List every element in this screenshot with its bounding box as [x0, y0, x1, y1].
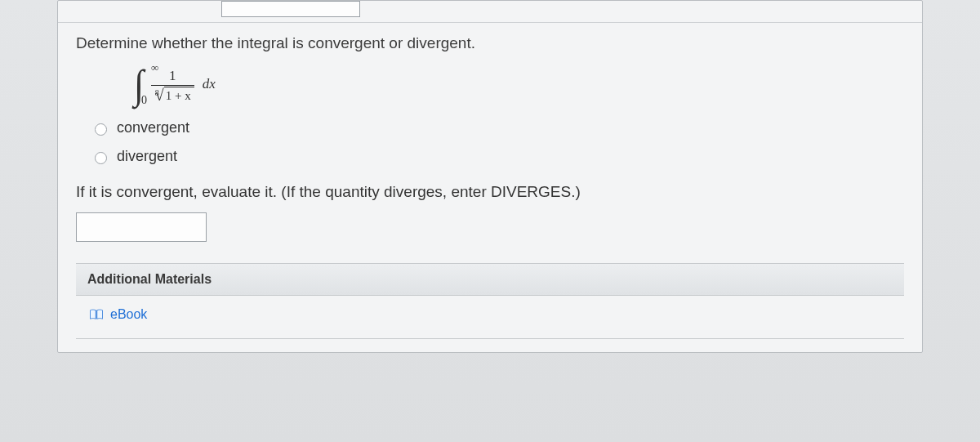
ebook-link[interactable]: eBook	[89, 307, 147, 322]
integrand-fraction: 1 8 √ 1 + x	[151, 68, 194, 104]
question-content: Determine whether the integral is conver…	[58, 34, 922, 352]
answer-options: convergent divergent	[91, 119, 904, 165]
evaluate-answer-input[interactable]	[76, 212, 207, 242]
differential: dx	[203, 76, 216, 92]
book-icon	[89, 309, 104, 320]
previous-answer-input[interactable]	[221, 1, 360, 17]
nth-root: 8 √ 1 + x	[151, 87, 194, 104]
additional-materials-header: Additional Materials	[76, 263, 904, 296]
evaluate-prompt: If it is convergent, evaluate it. (If th…	[76, 183, 904, 201]
radio-divergent[interactable]	[95, 152, 107, 164]
question-prompt: Determine whether the integral is conver…	[76, 34, 904, 52]
ebook-label: eBook	[110, 307, 147, 322]
radicand: 1 + x	[164, 87, 194, 104]
integral-symbol-group: ∫ ∞ 0	[133, 64, 146, 105]
option-label: convergent	[117, 119, 189, 136]
page-background: Determine whether the integral is conver…	[0, 0, 980, 442]
root-index: 8	[155, 88, 159, 97]
previous-answer-row	[58, 1, 922, 23]
option-divergent[interactable]: divergent	[91, 148, 904, 165]
additional-materials-body: eBook	[76, 296, 904, 339]
integral-lower-bound: 0	[141, 95, 147, 106]
radio-convergent[interactable]	[95, 123, 107, 136]
integral-expression: ∫ ∞ 0 1 8 √ 1 + x	[133, 64, 904, 105]
integral-symbol: ∫ ∞ 0	[133, 64, 145, 105]
question-card: Determine whether the integral is conver…	[57, 0, 923, 353]
radical: √ 1 + x	[155, 87, 194, 104]
option-convergent[interactable]: convergent	[91, 119, 904, 136]
fraction-denominator: 8 √ 1 + x	[151, 87, 194, 104]
option-label: divergent	[117, 148, 177, 165]
fraction-numerator: 1	[164, 68, 181, 84]
